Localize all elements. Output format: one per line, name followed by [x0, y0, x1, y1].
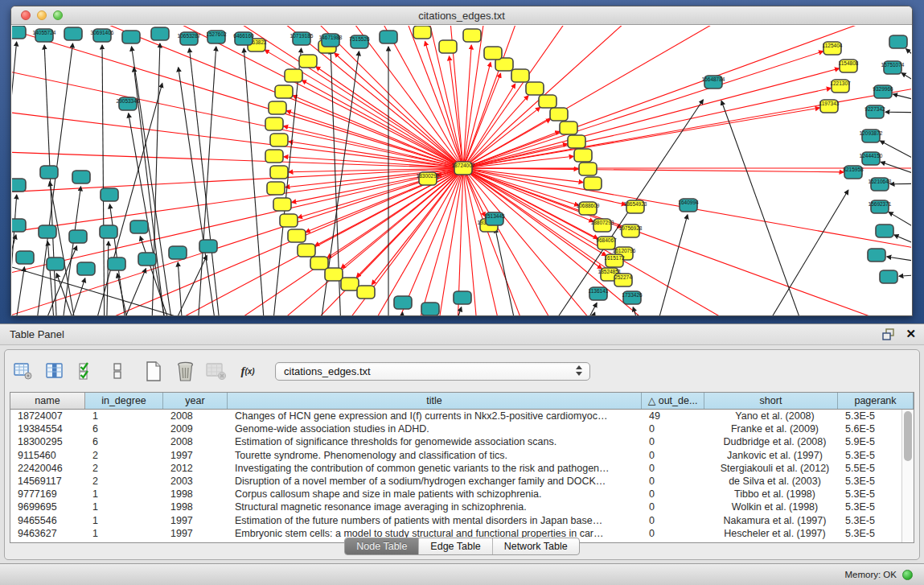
- cell-in_degree[interactable]: 6: [85, 435, 163, 448]
- table-vertical-scrollbar[interactable]: [901, 410, 914, 542]
- network-node[interactable]: [357, 286, 375, 299]
- network-node[interactable]: [40, 166, 58, 179]
- cell-title[interactable]: Disruption of a novel member of a sodium…: [228, 475, 642, 488]
- network-edge-black[interactable]: [899, 274, 911, 276]
- network-edge-red[interactable]: [12, 26, 463, 168]
- new-document-icon[interactable]: [143, 360, 164, 381]
- cell-out_de[interactable]: 0: [642, 462, 704, 475]
- network-node[interactable]: [584, 177, 602, 190]
- network-node[interactable]: [454, 291, 471, 304]
- network-edge-black[interactable]: [12, 267, 325, 315]
- cell-title[interactable]: Estimation of the future numbers of pati…: [228, 514, 642, 527]
- table-settings-icon[interactable]: [13, 360, 34, 381]
- column-header-in_degree[interactable]: in_degree: [85, 393, 163, 409]
- cell-year[interactable]: 2008: [163, 435, 228, 448]
- network-node[interactable]: [64, 27, 82, 40]
- network-edge-red[interactable]: [463, 168, 838, 315]
- network-edge-black[interactable]: [633, 307, 647, 315]
- network-node[interactable]: [169, 246, 187, 259]
- tab-network-table[interactable]: Network Table: [493, 538, 579, 554]
- network-node[interactable]: [77, 262, 95, 275]
- cell-short[interactable]: Wolkin et al. (1998): [704, 501, 838, 513]
- network-node[interactable]: [526, 82, 544, 95]
- network-edge-black[interactable]: [446, 307, 462, 315]
- table-row[interactable]: 1938455462009Genome-wide association stu…: [10, 422, 914, 435]
- network-edge-black[interactable]: [890, 183, 911, 184]
- network-node[interactable]: [394, 296, 412, 309]
- cell-short[interactable]: de Silva et al. (2003): [704, 475, 838, 488]
- network-node[interactable]: [138, 253, 156, 266]
- network-node[interactable]: [288, 229, 306, 242]
- cell-short[interactable]: Franke et al. (2009): [704, 422, 838, 435]
- network-node[interactable]: [275, 85, 293, 98]
- cell-name[interactable]: 14569117: [10, 475, 85, 488]
- table-row[interactable]: 1830029562008Estimation of significance …: [10, 435, 914, 448]
- column-header-out_de[interactable]: △ out_de...: [642, 393, 704, 409]
- cell-title[interactable]: Estimation of significance thresholds fo…: [228, 435, 642, 448]
- cell-out_de[interactable]: 0: [642, 514, 704, 527]
- network-node[interactable]: [270, 166, 288, 179]
- network-edge-red[interactable]: [12, 26, 463, 168]
- network-edge-black[interactable]: [881, 162, 911, 179]
- cell-out_de[interactable]: 0: [642, 475, 704, 488]
- column-header-short[interactable]: short: [704, 393, 838, 409]
- table-row[interactable]: 969969511998Structural magnetic resonanc…: [10, 501, 914, 513]
- network-edge-black[interactable]: [893, 94, 911, 103]
- tab-node-table[interactable]: Node Table: [345, 538, 419, 554]
- table-row[interactable]: 911546021997Tourette syndrome. Phenomeno…: [10, 449, 914, 462]
- cell-year[interactable]: 1997: [163, 449, 228, 462]
- cell-short[interactable]: Nakamura et al. (1997): [704, 514, 838, 527]
- cell-name[interactable]: 22420046: [10, 462, 85, 475]
- network-node[interactable]: [280, 214, 298, 227]
- cell-title[interactable]: Changes of HCN gene expression and I(f) …: [228, 410, 642, 422]
- network-node[interactable]: [39, 225, 56, 238]
- network-node[interactable]: [16, 251, 34, 264]
- column-header-name[interactable]: name: [10, 393, 85, 409]
- cell-name[interactable]: 18724007: [10, 410, 85, 422]
- network-edge-black[interactable]: [744, 190, 848, 315]
- table-row[interactable]: 2242004622012Investigating the contribut…: [10, 462, 914, 475]
- network-edge-red[interactable]: [12, 41, 463, 168]
- network-edge-black[interactable]: [906, 49, 911, 69]
- cell-out_de[interactable]: 49: [642, 410, 704, 422]
- network-node[interactable]: [12, 179, 26, 192]
- network-node[interactable]: [341, 278, 359, 290]
- network-node[interactable]: [199, 240, 217, 253]
- cell-name[interactable]: 9465546: [10, 514, 85, 527]
- table-row[interactable]: 946554611997Estimation of the future num…: [10, 514, 914, 527]
- cell-year[interactable]: 2003: [163, 475, 228, 488]
- network-node[interactable]: [325, 268, 343, 281]
- network-node[interactable]: [550, 108, 568, 121]
- network-edge-black[interactable]: [12, 267, 24, 315]
- network-node[interactable]: [285, 69, 302, 82]
- rows-icon[interactable]: [107, 360, 128, 381]
- scrollbar-thumb[interactable]: [904, 411, 912, 461]
- network-node[interactable]: [568, 135, 585, 148]
- cell-out_de[interactable]: 0: [642, 501, 704, 513]
- network-edge-black[interactable]: [880, 141, 911, 167]
- cell-short[interactable]: Jankovic et al. (1997): [704, 449, 838, 462]
- network-edge-black[interactable]: [111, 269, 146, 315]
- network-edge-red[interactable]: [12, 26, 463, 168]
- network-node[interactable]: [413, 26, 431, 39]
- cell-name[interactable]: 19384554: [10, 422, 85, 435]
- cell-title[interactable]: Genome-wide association studies in ADHD.: [228, 422, 642, 435]
- network-node[interactable]: [12, 26, 26, 39]
- cell-year[interactable]: 1998: [163, 501, 228, 513]
- cell-out_de[interactable]: 0: [642, 449, 704, 462]
- network-edge-red[interactable]: [12, 26, 463, 168]
- network-node[interactable]: [47, 257, 64, 270]
- network-edge-red[interactable]: [12, 26, 463, 168]
- network-node[interactable]: [889, 35, 907, 48]
- network-node[interactable]: [267, 182, 285, 195]
- cell-in_degree[interactable]: 1: [85, 501, 163, 513]
- float-panel-icon[interactable]: [882, 328, 896, 340]
- network-node[interactable]: [265, 117, 283, 130]
- network-node[interactable]: [439, 40, 457, 53]
- column-header-pagerank[interactable]: pagerank: [838, 393, 914, 409]
- tab-edge-table[interactable]: Edge Table: [419, 538, 492, 554]
- network-edge-red[interactable]: [12, 132, 463, 168]
- network-node[interactable]: [270, 134, 288, 146]
- cell-year[interactable]: 1997: [163, 514, 228, 527]
- network-edge-black[interactable]: [885, 112, 911, 113]
